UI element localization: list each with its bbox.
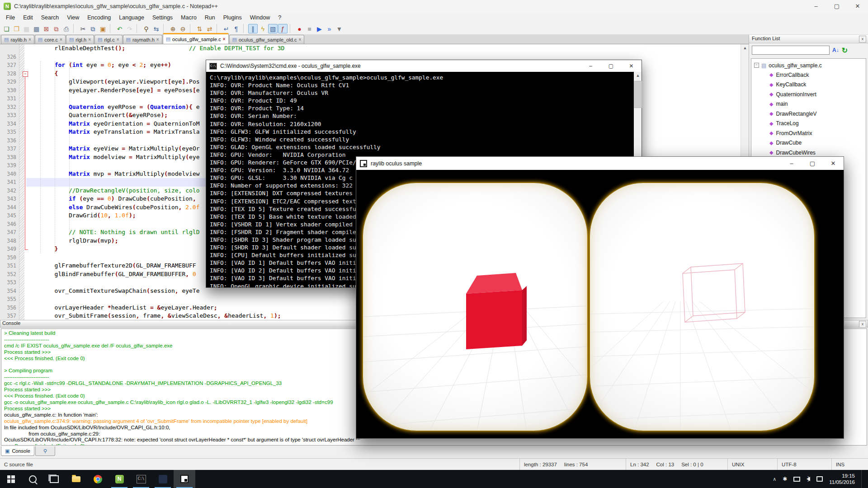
tab-rlgl.c[interactable]: ▤ rlgl.c × bbox=[94, 35, 122, 44]
save-button[interactable]: ▦ bbox=[22, 24, 31, 33]
menu-item-run[interactable]: Run bbox=[201, 13, 219, 23]
close-button[interactable]: ⊠ bbox=[42, 24, 51, 33]
tab-close-icon[interactable]: × bbox=[88, 37, 91, 42]
taskbar-task-view[interactable] bbox=[43, 470, 65, 488]
network-icon[interactable] bbox=[793, 477, 800, 482]
function-item-FromOvrMatrix[interactable]: ◆ FromOvrMatrix bbox=[751, 128, 866, 138]
find-button[interactable]: ⚲ bbox=[142, 24, 151, 33]
replace-button[interactable]: ⇆ bbox=[151, 24, 161, 33]
function-list-toggle-button[interactable]: ƒ bbox=[278, 24, 288, 33]
sync-scroll-h-button[interactable]: ⇄ bbox=[205, 24, 214, 33]
collapse-icon[interactable]: − bbox=[754, 63, 759, 68]
indent-guide-button[interactable]: ∥ bbox=[248, 24, 258, 33]
cut-button[interactable]: ✂ bbox=[78, 24, 88, 33]
tab-close-icon[interactable]: × bbox=[156, 37, 159, 42]
sync-scroll-v-button[interactable]: ⇅ bbox=[195, 24, 204, 33]
function-completion-button[interactable]: ϟ bbox=[258, 24, 268, 33]
macro-play-button[interactable]: ▶ bbox=[315, 24, 324, 33]
copy-button[interactable]: ⧉ bbox=[88, 24, 98, 33]
tab-rlgl.h[interactable]: ▤ rlgl.h × bbox=[66, 35, 94, 44]
raylib-close-icon[interactable]: ✕ bbox=[823, 157, 844, 170]
cmd-scrollbar-thumb[interactable] bbox=[634, 81, 642, 108]
word-wrap-button[interactable]: ↵ bbox=[222, 24, 231, 33]
console-close-icon[interactable]: x bbox=[859, 321, 866, 328]
scroll-up-icon[interactable]: ▲ bbox=[741, 44, 749, 52]
taskbar-file-explorer[interactable] bbox=[65, 470, 87, 488]
function-tree-root[interactable]: − ▤ oculus_glfw_sample.c bbox=[751, 61, 866, 70]
taskbar-clock[interactable]: 19:15 11/05/2016 bbox=[829, 473, 855, 485]
tab-close-icon[interactable]: × bbox=[60, 37, 62, 42]
refresh-icon[interactable]: ↻ bbox=[842, 46, 848, 55]
macro-record-button[interactable]: ● bbox=[295, 24, 304, 33]
print-button[interactable]: ⎙ bbox=[61, 24, 71, 33]
taskbar-dark-app[interactable] bbox=[152, 470, 174, 488]
close-icon[interactable]: ✕ bbox=[847, 0, 868, 13]
function-search-input[interactable] bbox=[752, 46, 830, 55]
menu-item-window[interactable]: Window bbox=[246, 13, 274, 23]
tab-raylib.h[interactable]: ▤ raylib.h × bbox=[1, 35, 34, 44]
taskbar-raylib-sample[interactable] bbox=[174, 470, 195, 488]
macro-stop-button[interactable]: ■ bbox=[305, 24, 314, 33]
cmd-minimize-icon[interactable]: – bbox=[580, 60, 601, 72]
minimize-icon[interactable]: – bbox=[806, 0, 826, 13]
menu-item-encoding[interactable]: Encoding bbox=[83, 13, 115, 23]
fold-collapse-icon[interactable]: − bbox=[23, 71, 28, 77]
zoom-in-button[interactable]: ⊕ bbox=[168, 24, 178, 33]
menu-item-search[interactable]: Search bbox=[37, 13, 63, 23]
new-file-button[interactable]: ❏ bbox=[2, 24, 11, 33]
tab-close-icon[interactable]: × bbox=[117, 37, 119, 42]
zoom-out-button[interactable]: ⊖ bbox=[178, 24, 188, 33]
cmd-close-icon[interactable]: ✕ bbox=[621, 60, 642, 72]
save-all-button[interactable]: ▩ bbox=[32, 24, 41, 33]
macro-save-button[interactable]: ▼ bbox=[335, 24, 344, 33]
menu-item-plugins[interactable]: Plugins bbox=[219, 13, 246, 23]
status-eol-format[interactable]: UNIX bbox=[728, 459, 778, 470]
function-item-ErrorCallback[interactable]: ◆ ErrorCallback bbox=[751, 70, 866, 80]
cmd-maximize-icon[interactable]: ▢ bbox=[601, 60, 621, 72]
menu-item-macro[interactable]: Macro bbox=[177, 13, 201, 23]
document-map-button[interactable]: ▧ bbox=[268, 24, 278, 33]
taskbar-cmd[interactable]: C:\ bbox=[130, 470, 152, 488]
raylib-minimize-icon[interactable]: – bbox=[781, 157, 802, 170]
tab-close-icon[interactable]: × bbox=[28, 37, 31, 42]
tray-expand-icon[interactable]: ∧ bbox=[773, 476, 776, 482]
panel-close-icon[interactable]: x bbox=[859, 36, 866, 42]
tab-oculus_glfw_sample.c[interactable]: ▤ oculus_glfw_sample.c × bbox=[163, 33, 229, 44]
menu-item-file[interactable]: File bbox=[2, 13, 19, 23]
console-secondary-tab[interactable]: ⚲ bbox=[35, 446, 55, 456]
tab-core.c[interactable]: ▤ core.c × bbox=[35, 35, 66, 44]
function-item-DrawCube[interactable]: ◆ DrawCube bbox=[751, 138, 866, 148]
function-item-TraceLog[interactable]: ◆ TraceLog bbox=[751, 119, 866, 129]
tab-oculus_glfw_sample_old.c[interactable]: ▤ oculus_glfw_sample_old.c × bbox=[229, 35, 305, 44]
tray-pen-icon[interactable]: ✱ bbox=[783, 476, 787, 482]
taskbar-start[interactable] bbox=[0, 470, 22, 488]
taskbar-search[interactable] bbox=[22, 470, 43, 488]
status-encoding[interactable]: UTF-8 bbox=[778, 459, 832, 470]
status-typing-mode[interactable]: INS bbox=[832, 459, 868, 470]
function-item-DrawRectangleV[interactable]: ◆ DrawRectangleV bbox=[751, 109, 866, 119]
open-file-button[interactable]: ❒ bbox=[12, 24, 21, 33]
show-all-characters-button[interactable]: ¶ bbox=[231, 24, 241, 33]
menu-item-edit[interactable]: Edit bbox=[19, 13, 37, 23]
show-desktop-button[interactable] bbox=[861, 470, 863, 488]
tab-close-icon[interactable]: × bbox=[223, 37, 226, 42]
undo-button[interactable]: ↶ bbox=[115, 24, 124, 33]
function-item-main[interactable]: ◆ main bbox=[751, 99, 866, 109]
console-tab[interactable]: ▣ Console bbox=[1, 446, 34, 456]
function-item-QuaternionInvert[interactable]: ◆ QuaternionInvert bbox=[751, 89, 866, 99]
menu-item-view[interactable]: View bbox=[63, 13, 83, 23]
function-item-KeyCallback[interactable]: ◆ KeyCallback bbox=[751, 80, 866, 90]
tab-close-icon[interactable]: × bbox=[298, 37, 301, 42]
cmd-scroll-up-icon[interactable]: ▲ bbox=[634, 72, 642, 80]
taskbar-notepad-plus-plus[interactable]: N bbox=[108, 470, 130, 488]
tab-raymath.h[interactable]: ▤ raymath.h × bbox=[123, 35, 162, 44]
menu-item-?[interactable]: ? bbox=[274, 13, 285, 23]
menu-item-settings[interactable]: Settings bbox=[148, 13, 177, 23]
redo-button[interactable]: ↷ bbox=[125, 24, 134, 33]
close-all-button[interactable]: ⧉ bbox=[52, 24, 61, 33]
taskbar-chrome[interactable] bbox=[87, 470, 108, 488]
sort-az-icon[interactable]: A↓ bbox=[832, 47, 839, 53]
raylib-maximize-icon[interactable]: ▢ bbox=[802, 157, 823, 170]
macro-run-multiple-button[interactable]: » bbox=[325, 24, 334, 33]
maximize-icon[interactable]: ▢ bbox=[826, 0, 847, 13]
